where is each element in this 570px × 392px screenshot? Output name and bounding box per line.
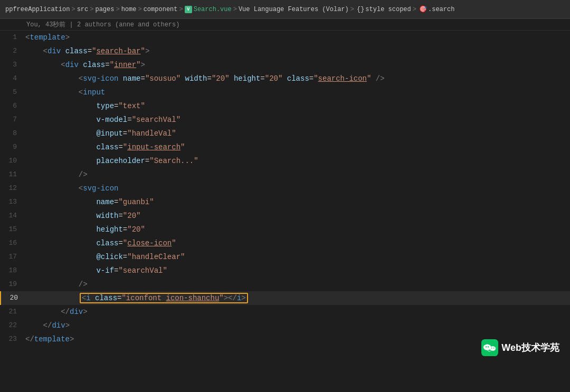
line-num-14: 14 xyxy=(0,209,23,223)
watermark: Web技术学苑 xyxy=(481,339,559,356)
code-line-16: 16 class="close-icon" xyxy=(0,236,570,250)
breadcrumb: ppfreeApplication > src > pages > home >… xyxy=(0,0,570,19)
line-content-9: class="input-search" xyxy=(23,140,185,154)
wechat-icon xyxy=(481,339,498,356)
line-content-17: @click="handleClear" xyxy=(23,250,185,264)
svg-point-3 xyxy=(486,346,487,347)
code-line-14: 14 width="20" xyxy=(0,209,570,223)
breadcrumb-item-pages: pages xyxy=(95,6,114,13)
code-line-18: 18 v-if="searchVal" xyxy=(0,264,570,278)
line-num-1: 1 xyxy=(0,31,23,44)
line-num-7: 7 xyxy=(0,113,23,127)
code-line-8: 8 @input="handleVal" xyxy=(0,127,570,140)
breadcrumb-sep: > xyxy=(71,6,75,13)
code-line-17: 17 @click="handleClear" xyxy=(0,250,570,264)
breadcrumb-sep-4: > xyxy=(138,6,141,13)
line-content-5: <input xyxy=(23,85,105,99)
watermark-label: Web技术学苑 xyxy=(501,341,559,354)
code-line-22: 22 </div> xyxy=(0,319,570,332)
svg-point-1 xyxy=(483,345,491,350)
breadcrumb-sep-2: > xyxy=(90,6,93,13)
breadcrumb-sep-6: > xyxy=(233,6,237,13)
line-content-18: v-if="searchVal" xyxy=(23,264,167,278)
breadcrumb-item-vue-file: Search.vue xyxy=(194,6,232,13)
line-content-21: </div> xyxy=(23,305,88,319)
line-content-1: <template> xyxy=(23,31,70,44)
line-num-2: 2 xyxy=(0,44,23,58)
line-num-17: 17 xyxy=(0,250,23,264)
line-content-10: placeholder="Search..." xyxy=(23,154,198,168)
svg-point-5 xyxy=(491,348,492,349)
line-num-12: 12 xyxy=(0,181,23,195)
code-line-13: 13 name="guanbi" xyxy=(0,195,570,209)
line-content-7: v-model="searchVal" xyxy=(23,113,180,127)
breadcrumb-sep-3: > xyxy=(116,6,119,13)
line-content-19: /> xyxy=(23,278,88,291)
code-line-12: 12 <svg-icon xyxy=(0,181,570,195)
line-num-3: 3 xyxy=(0,58,23,72)
breadcrumb-item-search: .search xyxy=(428,6,454,13)
line-num-8: 8 xyxy=(0,127,23,140)
code-line-15: 15 height="20" xyxy=(0,223,570,236)
code-line-11: 11 /> xyxy=(0,168,570,181)
line-num-4: 4 xyxy=(0,72,23,85)
line-num-15: 15 xyxy=(0,223,23,236)
line-num-22: 22 xyxy=(0,319,23,332)
line-content-11: /> xyxy=(23,168,88,181)
line-num-10: 10 xyxy=(0,154,23,168)
code-line-4: 4 <svg-icon name="sousuo" width="20" hei… xyxy=(0,72,570,85)
code-line-10: 10 placeholder="Search..." xyxy=(0,154,570,168)
line-num-23: 23 xyxy=(0,332,23,346)
line-num-13: 13 xyxy=(0,195,23,209)
line-content-14: width="20" xyxy=(23,209,140,223)
line-content-4: <svg-icon name="sousuo" width="20" heigh… xyxy=(23,72,385,85)
line-num-5: 5 xyxy=(0,85,23,99)
line-content-23: </template> xyxy=(23,332,74,346)
breadcrumb-item-home: home xyxy=(121,6,137,13)
breadcrumb-item-style-scoped: style scoped xyxy=(365,6,411,13)
breadcrumb-vue-icon: V xyxy=(185,6,192,13)
line-content-16: class="close-icon" xyxy=(23,236,176,250)
editor-area: 1 <template> 2 <div class="search-bar"> … xyxy=(0,31,570,346)
breadcrumb-item-app: ppfreeApplication xyxy=(5,6,70,13)
line-num-21: 21 xyxy=(0,305,23,319)
breadcrumb-sep-8: > xyxy=(413,6,416,13)
line-content-8: @input="handleVal" xyxy=(23,127,176,140)
line-content-20: <i class="iconfont icon-shanchu"></i> xyxy=(24,291,248,305)
author-text: You, 43秒前 | 2 authors (anne and others) xyxy=(26,20,179,29)
code-line-7: 7 v-model="searchVal" xyxy=(0,113,570,127)
svg-point-4 xyxy=(488,346,489,347)
line-num-18: 18 xyxy=(0,264,23,278)
line-content-12: <svg-icon xyxy=(23,181,118,195)
line-content-13: name="guanbi" xyxy=(23,195,154,209)
code-line-20: 20 <i class="iconfont icon-shanchu"></i> xyxy=(0,291,570,305)
breadcrumb-item-src: src xyxy=(77,6,89,13)
line-num-16: 16 xyxy=(0,236,23,250)
breadcrumb-item-component: component xyxy=(144,6,178,13)
code-line-3: 3 <div class="inner"> xyxy=(0,58,570,72)
code-line-6: 6 type="text" xyxy=(0,99,570,113)
author-line: You, 43秒前 | 2 authors (anne and others) xyxy=(0,19,570,31)
line-num-19: 19 xyxy=(0,278,23,291)
code-line-1: 1 <template> xyxy=(0,31,570,44)
breadcrumb-curly-icon: {} xyxy=(357,6,364,13)
svg-point-6 xyxy=(493,348,495,349)
line-num-11: 11 xyxy=(0,168,23,181)
svg-point-2 xyxy=(490,346,496,351)
code-line-21: 21 </div> xyxy=(0,305,570,319)
line-num-20: 20 xyxy=(1,291,24,305)
line-content-3: <div class="inner"> xyxy=(23,58,145,72)
line-content-22: </div> xyxy=(23,319,70,332)
line-content-6: type="text" xyxy=(23,99,145,113)
breadcrumb-item-volar: Vue Language Features (Volar) xyxy=(239,6,349,13)
code-line-9: 9 class="input-search" xyxy=(0,140,570,154)
line-num-9: 9 xyxy=(0,140,23,154)
line-num-6: 6 xyxy=(0,99,23,113)
line-content-2: <div class="search-bar"> xyxy=(23,44,149,58)
breadcrumb-sep-5: > xyxy=(179,6,183,13)
line-content-15: height="20" xyxy=(23,223,145,236)
code-line-19: 19 /> xyxy=(0,278,570,291)
breadcrumb-scope-icon: 🎯 xyxy=(419,5,427,13)
code-line-2: 2 <div class="search-bar"> xyxy=(0,44,570,58)
breadcrumb-sep-7: > xyxy=(350,6,354,13)
